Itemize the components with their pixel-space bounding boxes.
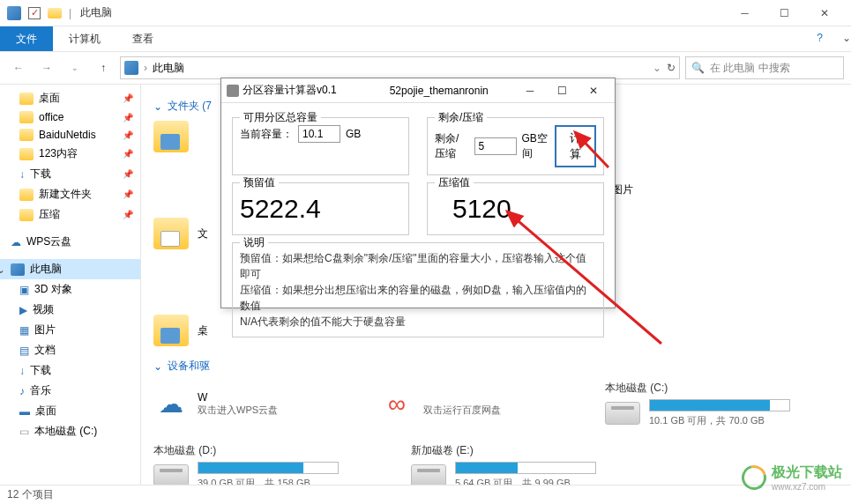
sidebar-item-baidu[interactable]: BaiduNetdis📌: [0, 126, 140, 144]
dialog-subtitle: 52pojie_themanronin: [390, 85, 489, 97]
sidebar-item-3d[interactable]: ▣3D 对象: [0, 279, 140, 300]
drive-usage-bar: [198, 462, 339, 474]
search-placeholder: 在 此电脑 中搜索: [710, 61, 790, 76]
remain-compress-input[interactable]: [474, 137, 517, 155]
group-compress-value: 压缩值 5120: [427, 182, 604, 235]
sidebar-item-drive-c[interactable]: ▭本地磁盘 (C:): [0, 421, 140, 441]
group-reserve-value: 预留值 5222.4: [232, 182, 409, 235]
folder-icon: [153, 121, 189, 152]
tile-baidu[interactable]: ∞ 双击运行百度网盘: [379, 381, 573, 427]
video-icon: ▶: [19, 304, 27, 316]
drive-icon: [411, 464, 446, 485]
drive-icon: [605, 402, 640, 425]
drive-icon: ▭: [19, 426, 29, 438]
dialog-icon: [227, 85, 239, 97]
sidebar-item-newfolder[interactable]: 新建文件夹📌: [0, 184, 140, 204]
chevron-down-icon: ⌄: [153, 360, 162, 373]
image-icon: ▦: [19, 324, 29, 337]
download-icon: ↓: [19, 168, 25, 181]
folder-icon: [19, 129, 34, 141]
sidebar-item-video[interactable]: ▶视频: [0, 300, 140, 320]
pin-icon: 📌: [123, 113, 133, 122]
sidebar-item-pictures[interactable]: ▦图片: [0, 320, 140, 340]
folder-icon: [153, 315, 189, 346]
doc-icon: ▤: [19, 345, 29, 357]
history-dropdown[interactable]: ⌄: [63, 56, 86, 79]
refresh-icon[interactable]: ↻: [667, 62, 676, 74]
cube-icon: ▣: [19, 284, 29, 296]
ribbon-collapse-icon[interactable]: ⌄: [842, 32, 851, 44]
tab-view[interactable]: 查看: [116, 27, 169, 51]
sidebar-item-123[interactable]: 123内容📌: [0, 144, 140, 164]
search-icon: 🔍: [691, 62, 705, 74]
tile-drive-e[interactable]: 新加磁卷 (E:) 5.64 GB 可用，共 9.99 GB: [411, 443, 605, 485]
folder-icon: [153, 218, 189, 249]
close-button[interactable]: ✕: [804, 0, 844, 26]
cloud-icon: ☁: [153, 389, 189, 420]
desktop-icon: ▬: [19, 405, 30, 418]
logo-icon: [737, 461, 771, 494]
pin-icon: 📌: [123, 189, 133, 199]
folder-tile-docs[interactable]: 文: [153, 218, 224, 249]
chevron-down-icon: ⌄: [0, 263, 5, 276]
pin-icon: 📌: [123, 149, 133, 159]
status-count: 12 个项目: [7, 487, 54, 502]
tile-wps-cloud[interactable]: ☁ W 双击进入WPS云盘: [153, 381, 347, 427]
sidebar-item-compress[interactable]: 压缩📌: [0, 204, 140, 225]
dialog-titlebar[interactable]: 分区容量计算器v0.1 52pojie_themanronin ─ ☐ ✕: [221, 78, 615, 103]
folder-tile[interactable]: [153, 121, 206, 152]
tile-drive-c[interactable]: 本地磁盘 (C:) 10.1 GB 可用，共 70.0 GB: [605, 381, 799, 427]
section-devices[interactable]: ⌄ 设备和驱: [153, 359, 839, 374]
dialog-minimize-button[interactable]: ─: [514, 79, 546, 102]
chevron-down-icon: ⌄: [153, 100, 162, 113]
sidebar-item-wps[interactable]: ›☁WPS云盘: [0, 232, 140, 252]
help-icon[interactable]: ?: [817, 32, 823, 44]
music-icon: ♪: [19, 385, 25, 397]
dialog-maximize-button[interactable]: ☐: [546, 79, 578, 102]
qat-folder-icon[interactable]: [48, 8, 62, 19]
compress-value: 5120: [435, 190, 596, 227]
folder-icon: [19, 111, 34, 123]
cloud-icon: ☁: [11, 236, 21, 248]
sidebar-item-desktop[interactable]: 桌面📌: [0, 88, 140, 108]
infinity-icon: ∞: [379, 389, 414, 420]
qat-checkbox[interactable]: ✓: [28, 7, 41, 19]
back-button[interactable]: ←: [7, 56, 30, 79]
dialog-title: 分区容量计算器v0.1: [243, 83, 337, 98]
tab-computer[interactable]: 计算机: [53, 27, 116, 51]
current-capacity-input[interactable]: [298, 125, 340, 143]
sidebar-item-thispc[interactable]: ⌄此电脑: [0, 259, 140, 279]
calculate-button[interactable]: 计算: [555, 125, 597, 167]
sidebar-item-music[interactable]: ♪音乐: [0, 381, 140, 401]
breadcrumb-sep: ›: [144, 62, 147, 74]
group-notes: 说明 预留值：如果想给C盘剩余"剩余/压缩"里面的容量大小，压缩卷输入这个值即可…: [232, 242, 604, 337]
up-button[interactable]: ↑: [92, 56, 115, 79]
pc-icon: [11, 263, 25, 276]
dialog-close-button[interactable]: ✕: [578, 79, 609, 102]
sidebar-item-downloads2[interactable]: ↓下载: [0, 360, 140, 381]
sidebar-item-downloads[interactable]: ↓下载📌: [0, 164, 140, 184]
maximize-button[interactable]: ☐: [765, 0, 804, 26]
group-remain-compress: 剩余/压缩 剩余/压缩 GB空间 计算: [427, 117, 604, 175]
tab-file[interactable]: 文件: [0, 26, 53, 51]
minimize-button[interactable]: ─: [725, 0, 765, 26]
sidebar-item-desktop2[interactable]: ▬桌面: [0, 401, 140, 421]
pin-icon: 📌: [123, 210, 133, 219]
tile-drive-d[interactable]: 本地磁盘 (D:) 39.0 GB 可用，共 158 GB: [153, 443, 347, 485]
search-input[interactable]: 🔍 在 此电脑 中搜索: [685, 56, 844, 79]
titlebar: ✓ | 此电脑 ─ ☐ ✕: [0, 0, 851, 26]
address-bar[interactable]: › 此电脑 ⌄ ↻: [120, 56, 680, 79]
folder-icon: [19, 148, 34, 160]
forward-button[interactable]: →: [35, 56, 58, 79]
ribbon: 文件 计算机 查看 ⌄ ?: [0, 26, 851, 51]
refresh-dropdown-icon[interactable]: ⌄: [653, 62, 661, 74]
pin-icon: 📌: [123, 169, 133, 179]
statusbar: 12 个项目: [0, 485, 851, 504]
folder-icon: [19, 93, 34, 105]
folder-tile-desktop[interactable]: 桌: [153, 315, 224, 346]
folder-icon: [19, 189, 34, 201]
drive-usage-bar: [649, 399, 790, 411]
sidebar-item-docs[interactable]: ▤文档: [0, 340, 140, 360]
sidebar-item-office[interactable]: office📌: [0, 108, 140, 126]
breadcrumb[interactable]: 此电脑: [153, 61, 184, 76]
